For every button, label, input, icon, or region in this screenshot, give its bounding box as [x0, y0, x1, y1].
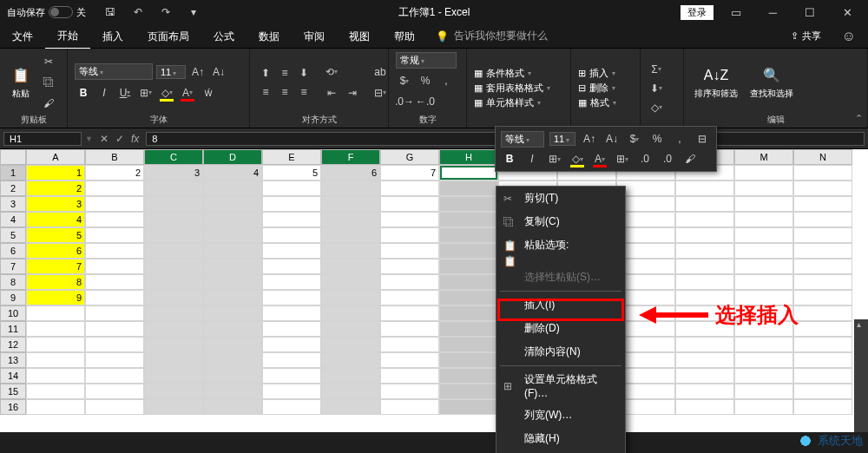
fill-icon[interactable]: ⬇	[648, 80, 665, 97]
cell[interactable]	[203, 337, 262, 352]
row-header[interactable]: 3	[0, 196, 26, 212]
cell[interactable]	[793, 259, 852, 274]
row-header[interactable]: 9	[0, 290, 26, 305]
cell[interactable]	[262, 321, 321, 337]
cell[interactable]	[144, 399, 203, 415]
cell[interactable]	[675, 368, 734, 384]
cell[interactable]	[85, 384, 144, 399]
cell[interactable]	[380, 399, 439, 415]
cell[interactable]	[380, 227, 439, 243]
underline-button[interactable]: U	[116, 84, 134, 102]
menu-hide[interactable]: 隐藏(H)	[496, 427, 625, 450]
cell[interactable]	[793, 274, 852, 290]
cell[interactable]: 3	[26, 196, 85, 212]
cell[interactable]	[26, 352, 85, 368]
cell[interactable]	[380, 212, 439, 227]
cell[interactable]	[439, 227, 498, 243]
cell[interactable]	[203, 196, 262, 212]
cell[interactable]	[734, 165, 793, 181]
copy-icon[interactable]: ⿻	[40, 74, 57, 91]
cell[interactable]	[380, 181, 439, 196]
border-button[interactable]: ⊞	[137, 84, 155, 102]
font-size-combo[interactable]: 11	[156, 65, 186, 79]
cell[interactable]	[321, 290, 380, 305]
cell[interactable]	[262, 384, 321, 399]
orientation-icon[interactable]: ⟲	[323, 63, 340, 81]
cell[interactable]	[144, 259, 203, 274]
select-all-corner[interactable]	[0, 149, 26, 165]
cell[interactable]	[262, 305, 321, 321]
menu-delete[interactable]: 删除(D)	[496, 317, 625, 340]
cell[interactable]	[203, 321, 262, 337]
share-button[interactable]: ⇪ 共享	[782, 30, 830, 43]
cell[interactable]	[793, 337, 852, 352]
cell[interactable]: 2	[85, 165, 144, 181]
cell[interactable]	[675, 181, 734, 196]
cell[interactable]	[321, 368, 380, 384]
cell[interactable]	[734, 181, 793, 196]
cell[interactable]: 7	[380, 165, 439, 181]
cell[interactable]	[85, 337, 144, 352]
cell[interactable]	[675, 337, 734, 352]
cell[interactable]	[262, 243, 321, 259]
col-header-c[interactable]: C	[144, 149, 203, 165]
paste-button[interactable]: 📋 粘贴	[7, 63, 35, 102]
cell[interactable]	[85, 243, 144, 259]
wrap-text-button[interactable]: ab	[372, 63, 389, 81]
row-header[interactable]: 16	[0, 399, 26, 415]
cell[interactable]	[734, 399, 793, 415]
cell[interactable]	[26, 305, 85, 321]
cell[interactable]	[85, 352, 144, 368]
cell[interactable]	[85, 274, 144, 290]
cell[interactable]	[380, 321, 439, 337]
col-header-a[interactable]: A	[26, 149, 85, 165]
row-header[interactable]: 12	[0, 337, 26, 352]
tab-insert[interactable]: 插入	[90, 24, 135, 49]
vertical-scrollbar[interactable]	[854, 319, 868, 432]
accounting-format-icon[interactable]: $	[396, 72, 413, 89]
bold-button[interactable]: B	[75, 84, 92, 102]
cell[interactable]	[734, 227, 793, 243]
cell[interactable]	[675, 259, 734, 274]
align-top-icon[interactable]: ⬆	[257, 64, 274, 82]
mini-merge-icon[interactable]: ⊟	[694, 130, 711, 148]
cell[interactable]	[380, 352, 439, 368]
cell[interactable]	[203, 181, 262, 196]
cell[interactable]	[262, 290, 321, 305]
cell[interactable]	[321, 305, 380, 321]
align-center-icon[interactable]: ≡	[276, 83, 293, 101]
cell[interactable]	[439, 274, 498, 290]
row-header[interactable]: 10	[0, 305, 26, 321]
cell[interactable]	[203, 274, 262, 290]
cell[interactable]: 6	[26, 243, 85, 259]
cell[interactable]	[439, 305, 498, 321]
mini-fill-button[interactable]: ◇	[569, 150, 586, 167]
tab-help[interactable]: 帮助	[382, 24, 427, 49]
collapse-ribbon-icon[interactable]: ⌃	[855, 113, 863, 124]
cell[interactable]	[439, 384, 498, 399]
clear-icon[interactable]: ◇	[648, 99, 665, 116]
cell[interactable]	[439, 196, 498, 212]
sort-filter-button[interactable]: A↓Z 排序和筛选	[691, 63, 741, 102]
maximize-icon[interactable]: ☐	[794, 6, 825, 19]
align-bottom-icon[interactable]: ⬇	[295, 64, 312, 82]
cell[interactable]	[262, 399, 321, 415]
mini-font-combo[interactable]: 等线	[501, 131, 544, 148]
cell[interactable]	[203, 368, 262, 384]
cell[interactable]	[144, 196, 203, 212]
cell[interactable]	[26, 399, 85, 415]
cell[interactable]	[144, 212, 203, 227]
col-header-f[interactable]: F	[321, 149, 380, 165]
tab-data[interactable]: 数据	[247, 24, 292, 49]
cell[interactable]	[380, 274, 439, 290]
cut-icon[interactable]: ✂	[40, 53, 57, 70]
cell[interactable]	[85, 212, 144, 227]
row-header[interactable]: 4	[0, 212, 26, 227]
cell[interactable]	[85, 181, 144, 196]
cell[interactable]	[439, 212, 498, 227]
mini-comma-icon[interactable]: ,	[671, 130, 688, 148]
autosum-icon[interactable]: Σ	[648, 61, 665, 78]
cell[interactable]	[321, 384, 380, 399]
cell[interactable]	[321, 274, 380, 290]
cell[interactable]	[734, 352, 793, 368]
